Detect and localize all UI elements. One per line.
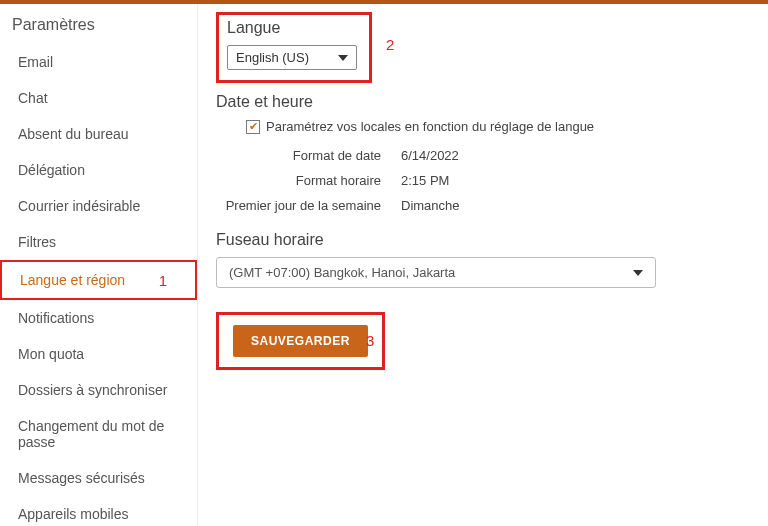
time-format-label: Format horaire — [216, 173, 401, 188]
sidebar-item-sync-folders[interactable]: Dossiers à synchroniser — [0, 372, 197, 408]
sidebar-item-delegation[interactable]: Délégation — [0, 152, 197, 188]
first-day-label: Premier jour de la semaine — [216, 198, 401, 213]
sidebar-item-language-region[interactable]: Langue et région 1 — [0, 260, 197, 300]
language-section-highlight: Langue English (US) — [216, 12, 372, 83]
sidebar-item-change-password[interactable]: Changement du mot de passe — [0, 408, 197, 460]
datetime-section: Date et heure ✔ Paramétrez vos locales e… — [216, 93, 748, 213]
sidebar-item-chat[interactable]: Chat — [0, 80, 197, 116]
sidebar-item-secure-messages[interactable]: Messages sécurisés — [0, 460, 197, 496]
annotation-2: 2 — [386, 36, 394, 53]
language-select[interactable]: English (US) — [227, 45, 357, 70]
datetime-heading: Date et heure — [216, 93, 748, 111]
language-heading: Langue — [227, 19, 361, 37]
date-format-value: 6/14/2022 — [401, 148, 459, 163]
locale-checkbox-label: Paramétrez vos locales en fonction du ré… — [266, 119, 594, 134]
chevron-down-icon — [633, 270, 643, 276]
save-button[interactable]: SAUVEGARDER — [233, 325, 368, 357]
sidebar-item-filters[interactable]: Filtres — [0, 224, 197, 260]
sidebar-title: Paramètres — [0, 10, 197, 44]
timezone-heading: Fuseau horaire — [216, 231, 748, 249]
sidebar-item-out-of-office[interactable]: Absent du bureau — [0, 116, 197, 152]
sidebar-item-email[interactable]: Email — [0, 44, 197, 80]
annotation-3: 3 — [366, 332, 374, 349]
language-select-value: English (US) — [236, 50, 309, 65]
main-panel: Langue English (US) 2 Date et heure ✔ Pa… — [198, 4, 768, 526]
annotation-1: 1 — [159, 272, 167, 289]
date-format-label: Format de date — [216, 148, 401, 163]
sidebar-item-notifications[interactable]: Notifications — [0, 300, 197, 336]
sidebar-item-quota[interactable]: Mon quota — [0, 336, 197, 372]
locale-checkbox[interactable]: ✔ — [246, 120, 260, 134]
chevron-down-icon — [338, 55, 348, 61]
timezone-select[interactable]: (GMT +07:00) Bangkok, Hanoi, Jakarta — [216, 257, 656, 288]
timezone-section: Fuseau horaire (GMT +07:00) Bangkok, Han… — [216, 231, 748, 288]
save-highlight: SAUVEGARDER — [216, 312, 385, 370]
timezone-select-value: (GMT +07:00) Bangkok, Hanoi, Jakarta — [229, 265, 455, 280]
sidebar-item-spam[interactable]: Courrier indésirable — [0, 188, 197, 224]
settings-sidebar: Paramètres Email Chat Absent du bureau D… — [0, 4, 198, 526]
sidebar-item-label: Langue et région — [20, 272, 125, 288]
first-day-value: Dimanche — [401, 198, 460, 213]
time-format-value: 2:15 PM — [401, 173, 449, 188]
sidebar-item-mobile-devices[interactable]: Appareils mobiles — [0, 496, 197, 526]
